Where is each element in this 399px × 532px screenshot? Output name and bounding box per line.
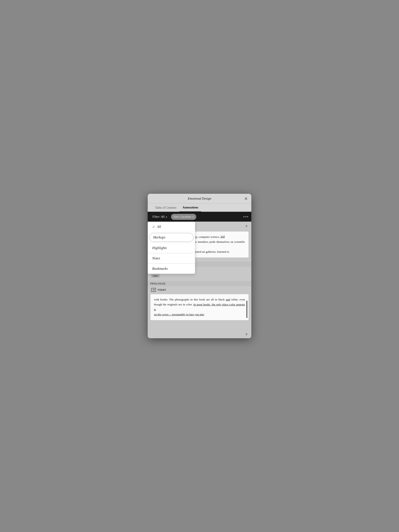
window-title: Emotional Design: [188, 197, 211, 200]
bottom-spacer: [148, 324, 251, 331]
titlebar: Emotional Design ✕: [148, 194, 251, 204]
note-icon: ℳ: [151, 288, 156, 292]
filter-chevron-up-icon: ∧: [165, 215, 167, 218]
note-cursor-line: [247, 301, 247, 318]
filter-button[interactable]: Filter: All ∧: [150, 214, 169, 220]
filter-dropdown: ✓ All Markups Highlights Notes Bookmarks: [148, 222, 195, 274]
tag-chip-color: color: [151, 274, 160, 278]
filter-option-notes[interactable]: Notes: [148, 253, 195, 264]
sort-label: Sort: Location: [174, 215, 191, 219]
filter-option-all[interactable]: ✓ All: [148, 222, 195, 232]
filter-option-markups[interactable]: Markups: [149, 233, 194, 242]
annotation-3-date: TODAY: [158, 289, 166, 291]
section-1-collapse-button[interactable]: ∧: [245, 224, 248, 228]
chapter-label-prologue-2: PROLOGUE: [148, 281, 251, 286]
annotation-card-3: with books: The photographs in this book…: [150, 294, 249, 320]
filter-bookmarks-label: Bookmarks: [152, 267, 168, 271]
annotation-text-3: with books: The photographs in this book…: [154, 297, 245, 317]
filter-option-bookmarks[interactable]: Bookmarks: [148, 264, 195, 274]
tabbar: Table of Contents Annotations: [148, 204, 251, 212]
filter-all-label: All: [157, 225, 161, 229]
check-icon: ✓: [152, 225, 155, 229]
filter-markups-label: Markups: [153, 235, 165, 239]
toolbar: Filter: All ∧ Sort: Location ∨ •••: [148, 212, 251, 222]
annotation-3-date-row: ℳ TODAY: [150, 286, 249, 293]
filter-label: Filter: All: [152, 215, 164, 219]
close-button[interactable]: ✕: [244, 196, 248, 201]
bottom-nav: ∨: [148, 331, 251, 338]
filter-option-highlights[interactable]: Highlights: [148, 243, 195, 253]
app-window: Emotional Design ✕ Table of Contents Ann…: [148, 194, 251, 338]
filter-highlights-label: Highlights: [152, 246, 167, 250]
sort-button[interactable]: Sort: Location ∨: [171, 214, 196, 220]
tab-toc[interactable]: Table of Contents: [152, 204, 179, 212]
sort-chevron-down-icon: ∨: [192, 215, 194, 218]
filter-notes-label: Notes: [152, 256, 160, 260]
tab-annotations[interactable]: Annotations: [179, 204, 201, 212]
section-3-entries: ℳ TODAY with books: The photographs in t…: [148, 286, 251, 324]
more-button[interactable]: •••: [243, 215, 249, 219]
scroll-down-button[interactable]: ∨: [245, 332, 248, 336]
toolbar-wrapper: Filter: All ∧ Sort: Location ∨ ••• ✓ All…: [148, 212, 251, 222]
